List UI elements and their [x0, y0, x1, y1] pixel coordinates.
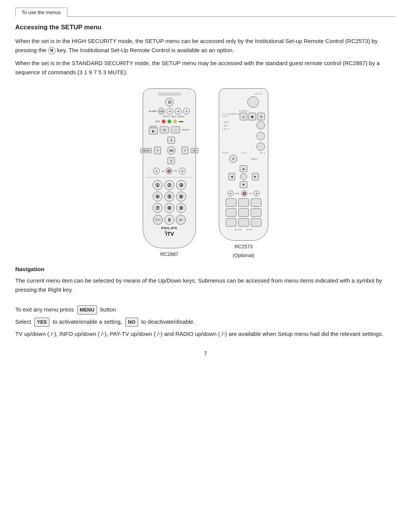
nav-ok[interactable]: OK	[167, 146, 175, 155]
num-1[interactable]: ①	[153, 180, 162, 190]
menu-nav-row: MENU ∧ < OK > ∨ OK	[140, 135, 199, 166]
tv-label: TV	[174, 170, 177, 173]
rc2573-sess-label: 5 ( & $ / /	[239, 110, 248, 112]
rc2573-top-section	[222, 96, 265, 109]
section1-para1: When the set is in the HIGH SECURITY mod…	[15, 37, 396, 55]
rc2573-g1[interactable]	[226, 198, 236, 207]
num-9[interactable]: ⑨	[176, 203, 186, 213]
rc2573-nav-down[interactable]: ▼	[240, 181, 247, 188]
rc2573-icon-1[interactable]: &	[240, 113, 247, 120]
smart-label-1: SMART	[149, 125, 158, 128]
rc2573-mute[interactable]: 🔇	[241, 190, 247, 197]
nav-line3: TV up/down ( /-), INFO up/down ( /-), PA…	[15, 329, 396, 339]
yes-inline-btn: YES	[34, 318, 49, 327]
num-5[interactable]: ⑤	[164, 192, 174, 201]
plus-btn-2[interactable]: +	[175, 108, 182, 115]
green-dot	[167, 120, 171, 123]
navigation-para1: The current menu item can be selected by…	[15, 276, 396, 294]
rc2573-icon-2[interactable]: ▣	[249, 113, 256, 120]
rc2573-g8[interactable]	[238, 218, 249, 227]
rc2887-label: RC2887	[160, 251, 178, 257]
on-button[interactable]: ON	[158, 108, 165, 115]
numpad: ① ② ③ ④ ⑤ ⑥ ⑦ ⑧ ⑨	[152, 180, 186, 213]
page-number: 7	[15, 350, 396, 356]
nav-up[interactable]: ∧	[167, 137, 175, 144]
red-dot	[162, 120, 166, 123]
rc2573-nav: ▲ ◄ ► ▼	[228, 165, 259, 188]
rc2573-zero[interactable]: 0	[229, 155, 237, 163]
num-2[interactable]: ②	[164, 180, 174, 190]
plus-btn-1[interactable]: +	[166, 108, 173, 115]
tab-label: To use the menus	[15, 8, 67, 17]
num-8[interactable]: ⑧	[164, 203, 174, 213]
power-button[interactable]: ⏻	[165, 98, 174, 106]
rc2887-col: ⏻ ALARM ON + + + PAYTV INFO RADIO OFF	[143, 88, 196, 257]
menu-btn[interactable]: MENU	[140, 148, 152, 153]
rc2573-g5[interactable]	[238, 208, 249, 217]
rc2573-med-2[interactable]	[256, 132, 265, 140]
rc2573-med-3[interactable]	[256, 142, 265, 151]
rc2573-big-top[interactable]	[247, 96, 259, 108]
mute-btn[interactable]: 🔇	[166, 168, 172, 174]
navigation-title: Navigation	[15, 266, 396, 272]
rc2573-vol-row: + VOL 🔇 CH +	[228, 190, 260, 197]
rc2573-g3[interactable]	[251, 198, 261, 207]
nav-down[interactable]: ∨	[167, 157, 175, 164]
ch-plus[interactable]: +	[179, 168, 186, 174]
ok-btn[interactable]: OK	[191, 148, 198, 153]
hi-btn[interactable]: HI	[160, 126, 169, 133]
rc2573-icon-3[interactable]: ⊕	[257, 113, 265, 120]
rc2573-ch-plus[interactable]: +	[253, 190, 260, 197]
rc2573-g6[interactable]	[251, 208, 261, 217]
rc2573-nav-right[interactable]: ►	[252, 173, 259, 181]
blue-dash	[179, 121, 183, 122]
bottom-row: TEXT 0 AV	[153, 215, 186, 225]
rc2573-g4[interactable]	[226, 208, 236, 217]
num-0[interactable]: 0	[164, 215, 174, 225]
remote-container: ⏻ ALARM ON + + + PAYTV INFO RADIO OFF	[15, 88, 396, 258]
philips-brand: PHILIPS	[161, 226, 177, 230]
itv-brand: iiTV	[161, 230, 177, 237]
top-rule	[15, 16, 396, 17]
nav-line2: Select YES to activate/enable a setting,…	[15, 317, 396, 327]
nav-left[interactable]: <	[154, 147, 161, 154]
rc2573-remote: 3 2 / ( 5 5 ( & $ / / 7 ( ; 7 6 0 $ 5 7 …	[219, 88, 268, 241]
smart-btn-1[interactable]: ▶	[149, 128, 158, 134]
num-6[interactable]: ⑥	[176, 192, 186, 201]
alarm-row: ALARM ON + + +	[149, 108, 190, 115]
divider	[146, 177, 193, 177]
rc2887-top-nub	[158, 93, 181, 96]
nav-right[interactable]: >	[182, 147, 188, 154]
color-dots	[162, 120, 183, 123]
off-row: OFF	[156, 118, 183, 125]
rc2573-nav-left[interactable]: ◄	[228, 173, 235, 181]
vol-plus[interactable]: +	[153, 168, 160, 174]
rc2573-vol-plus[interactable]: +	[228, 190, 234, 197]
m-key-icon: M	[48, 47, 56, 54]
num-4[interactable]: ④	[153, 192, 162, 201]
rc2573-g2[interactable]	[238, 198, 249, 207]
num-7[interactable]: ⑦	[153, 203, 162, 213]
alarm-label: ALARM	[149, 110, 157, 112]
plus-btn-3[interactable]: +	[183, 108, 190, 115]
rc2573-nav-center[interactable]	[240, 173, 247, 180]
rc2573-g7[interactable]	[226, 218, 236, 227]
rc2573-top-label: 3 2 / ( 5	[222, 93, 265, 95]
rc2573-tel-row: 7 ( ; 7 6 0 $ 5 7 6 / ( ( 3 & ▣ ⊕	[222, 113, 265, 120]
rc2573-med-1[interactable]	[256, 121, 265, 129]
rc2887-remote: ⏻ ALARM ON + + + PAYTV INFO RADIO OFF	[143, 88, 196, 248]
text-btn[interactable]: TEXT	[153, 215, 163, 225]
yellow-dot	[173, 120, 177, 123]
brand-section: PHILIPS iiTV	[161, 226, 177, 237]
rc2573-label: RC2573	[234, 244, 253, 249]
num-3[interactable]: ③	[176, 180, 186, 190]
smart-row: SMART ▶ HI □ SMART	[149, 125, 190, 134]
alarm-labels: PAYTV INFO RADIO	[154, 115, 185, 118]
rect-btn-3[interactable]: □	[171, 126, 180, 133]
av-btn[interactable]: AV	[176, 215, 186, 225]
rc2573-g9[interactable]	[251, 218, 261, 227]
rc2573-bottom-labels: & / 2 & $ 9 9	[235, 228, 252, 231]
rc2573-nav-up[interactable]: ▲	[240, 165, 247, 172]
rc2573-btn-grid	[225, 198, 262, 227]
vol-label: ◄	[161, 170, 164, 173]
